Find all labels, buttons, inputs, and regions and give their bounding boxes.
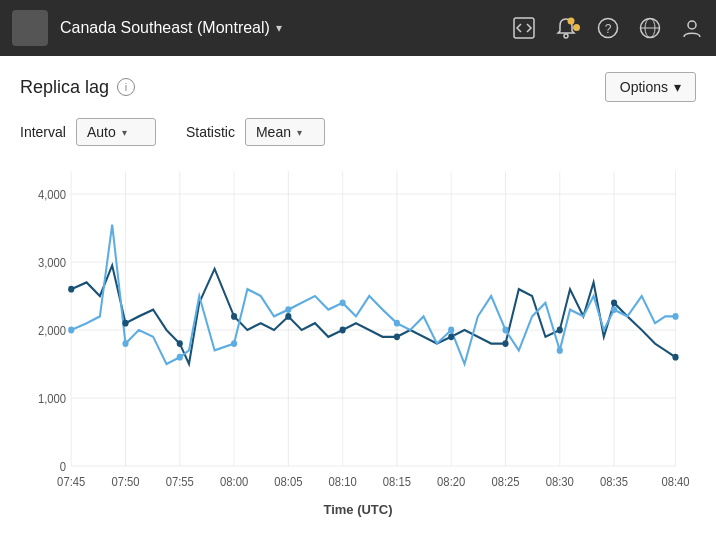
header: Canada Southeast (Montreal) ▾ ? (0, 0, 716, 56)
globe-icon[interactable] (638, 16, 662, 40)
svg-text:08:20: 08:20 (437, 475, 466, 490)
svg-text:08:00: 08:00 (220, 475, 249, 490)
light-blue-line (71, 225, 675, 364)
svg-point-49 (394, 333, 400, 340)
statistic-control: Statistic Mean ▾ (186, 118, 325, 146)
help-icon[interactable]: ? (596, 16, 620, 40)
svg-point-48 (340, 327, 346, 334)
svg-point-2 (568, 18, 575, 25)
svg-text:08:25: 08:25 (491, 475, 520, 490)
controls-row: Interval Auto ▾ Statistic Mean ▾ (20, 118, 696, 146)
options-label: Options (620, 79, 668, 95)
svg-point-61 (394, 320, 400, 327)
svg-point-57 (177, 354, 183, 361)
chevron-down-icon: ▾ (276, 21, 282, 35)
user-icon[interactable] (680, 16, 704, 40)
svg-point-44 (122, 320, 128, 327)
svg-point-62 (448, 327, 454, 334)
svg-text:3,000: 3,000 (38, 255, 67, 270)
chart-svg: .grid-line { stroke: #ddd; stroke-width:… (20, 160, 696, 500)
svg-point-55 (68, 327, 74, 334)
interval-caret-icon: ▾ (122, 127, 127, 138)
replica-lag-title: Replica lag (20, 77, 109, 98)
svg-point-66 (672, 313, 678, 320)
statistic-caret-icon: ▾ (297, 127, 302, 138)
svg-text:07:55: 07:55 (166, 475, 195, 490)
code-icon[interactable] (512, 16, 536, 40)
svg-text:?: ? (605, 22, 612, 36)
options-button[interactable]: Options ▾ (605, 72, 696, 102)
section-header: Replica lag i Options ▾ (20, 72, 696, 102)
svg-point-51 (502, 340, 508, 347)
svg-text:08:15: 08:15 (383, 475, 412, 490)
bell-icon[interactable] (554, 16, 578, 40)
svg-text:08:10: 08:10 (329, 475, 358, 490)
header-icons: ? (512, 16, 704, 40)
svg-point-59 (285, 306, 291, 313)
svg-point-63 (502, 327, 508, 334)
svg-point-43 (68, 286, 74, 293)
svg-point-8 (688, 21, 696, 29)
info-icon[interactable]: i (117, 78, 135, 96)
svg-text:1,000: 1,000 (38, 391, 67, 406)
region-name: Canada Southeast (Montreal) (60, 19, 270, 37)
main-content: Replica lag i Options ▾ Interval Auto ▾ … (0, 56, 716, 541)
svg-text:08:05: 08:05 (274, 475, 303, 490)
svg-text:2,000: 2,000 (38, 323, 67, 338)
logo[interactable] (12, 10, 48, 46)
svg-text:07:50: 07:50 (111, 475, 140, 490)
options-chevron-icon: ▾ (674, 79, 681, 95)
interval-control: Interval Auto ▾ (20, 118, 156, 146)
chart-area: .grid-line { stroke: #ddd; stroke-width:… (20, 160, 696, 500)
svg-text:08:30: 08:30 (546, 475, 575, 490)
svg-point-52 (557, 327, 563, 334)
svg-point-60 (340, 299, 346, 306)
svg-point-65 (611, 306, 617, 313)
svg-point-56 (122, 340, 128, 347)
svg-point-64 (557, 347, 563, 354)
svg-point-45 (177, 340, 183, 347)
svg-point-54 (672, 354, 678, 361)
svg-text:07:45: 07:45 (57, 475, 86, 490)
svg-text:08:35: 08:35 (600, 475, 629, 490)
interval-value: Auto (87, 124, 116, 140)
interval-label: Interval (20, 124, 66, 140)
svg-point-47 (285, 313, 291, 320)
svg-point-58 (231, 340, 237, 347)
svg-point-50 (448, 333, 454, 340)
svg-text:0: 0 (60, 459, 67, 474)
svg-point-53 (611, 299, 617, 306)
svg-point-1 (564, 34, 568, 38)
svg-point-46 (231, 313, 237, 320)
region-selector[interactable]: Canada Southeast (Montreal) ▾ (60, 19, 500, 37)
statistic-select[interactable]: Mean ▾ (245, 118, 325, 146)
section-title: Replica lag i (20, 77, 135, 98)
svg-text:08:40: 08:40 (661, 475, 690, 490)
svg-text:4,000: 4,000 (38, 187, 67, 202)
statistic-value: Mean (256, 124, 291, 140)
interval-select[interactable]: Auto ▾ (76, 118, 156, 146)
x-axis-label: Time (UTC) (20, 502, 696, 517)
statistic-label: Statistic (186, 124, 235, 140)
